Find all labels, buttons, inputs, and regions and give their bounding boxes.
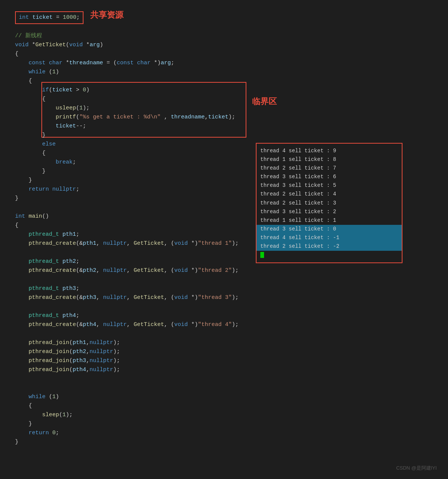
terminal-line-4: thread 3 sell ticket : 6 [260, 173, 398, 181]
terminal-output-box: thread 4 sell ticket : 9 thread 1 sell t… [256, 143, 402, 263]
terminal-cursor [260, 252, 264, 258]
terminal-line-1: thread 4 sell ticket : 9 [260, 147, 398, 155]
watermark: CSDN @是阿建lYI [396, 465, 437, 471]
terminal-line-10: thread 3 sell ticket : 0 [257, 225, 402, 233]
terminal-line-8: thread 3 sell ticket : 2 [260, 208, 398, 216]
terminal-cursor-line [260, 251, 398, 259]
shared-resource-code: int ticket = 1000; [19, 13, 80, 22]
shared-resource-box: int ticket = 1000; [15, 11, 84, 24]
terminal-line-9: thread 1 sell ticket : 1 [260, 216, 398, 225]
terminal-line-11: thread 4 sell ticket : -1 [257, 233, 402, 242]
terminal-line-6: thread 2 sell ticket : 4 [260, 190, 398, 199]
critical-section-label: 临界区 [252, 96, 277, 107]
shared-resource-label: 共享资源 [90, 9, 123, 21]
terminal-line-12: thread 2 sell ticket : -2 [257, 242, 402, 251]
code-block: // 新线程 void *GetTicket(void *arg) { cons… [15, 23, 238, 447]
terminal-line-7: thread 2 sell ticket : 3 [260, 199, 398, 208]
terminal-line-5: thread 3 sell ticket : 5 [260, 181, 398, 190]
main-container: int ticket = 1000; 共享资源 临界区 // 新线程 void … [0, 0, 448, 479]
terminal-line-2: thread 1 sell ticket : 8 [260, 155, 398, 164]
terminal-line-3: thread 2 sell ticket : 7 [260, 164, 398, 173]
code-text: // 新线程 void *GetTicket(void *arg) { cons… [15, 23, 238, 447]
